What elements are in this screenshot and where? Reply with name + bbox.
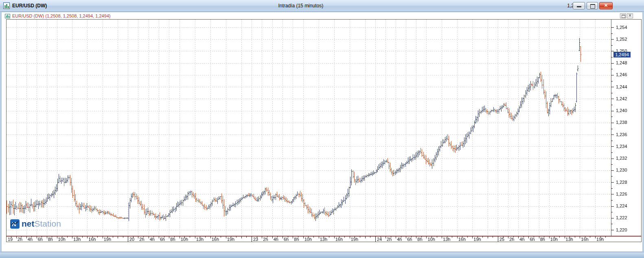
- app-icon: [3, 2, 10, 9]
- last-price-marker: 1,2494: [613, 52, 631, 57]
- chart-window-header: EUR/USD (DW) (1,2508, 1,2508, 1,2494, 1,…: [2, 13, 642, 19]
- x-axis-hour-label: 13h: [443, 237, 450, 242]
- x-axis-hour-label: 13h: [196, 237, 204, 242]
- watermark-station: Station: [35, 219, 61, 228]
- y-axis-label: 1,228: [616, 180, 627, 185]
- chart-ohlc-title: EUR/USD (DW) (1,2508, 1,2508, 1,2494, 1,…: [12, 13, 111, 18]
- window-subtitle: Intradía (15 minutos): [278, 3, 323, 9]
- x-axis-hour-label: 6h: [407, 237, 412, 242]
- y-axis-label: 1,234: [616, 144, 627, 149]
- x-axis-hour-label: 16h: [88, 237, 96, 242]
- x-axis-day-label: 25: [499, 237, 504, 242]
- child-close-button[interactable]: [627, 13, 633, 18]
- x-axis-hour-label: 2h: [139, 237, 144, 242]
- x-axis-hour-label: 19h: [473, 237, 481, 242]
- y-axis-label: 1,244: [616, 84, 627, 89]
- y-axis-label: 1,248: [616, 60, 627, 65]
- price-chart-canvas[interactable]: [6, 19, 642, 242]
- y-axis-label: 1,230: [616, 168, 627, 172]
- window-titlebar: EUR/USD (DW) Intradía (15 minutos) 1,249…: [0, 0, 644, 12]
- y-axis-label: 1,232: [616, 156, 627, 161]
- maximize-button[interactable]: [587, 2, 598, 9]
- x-axis-hour-label: 19h: [351, 237, 358, 242]
- x-axis-hour-label: 2h: [18, 237, 22, 242]
- x-axis-day-label: 19: [8, 237, 13, 242]
- y-axis-label: 1,238: [616, 120, 627, 125]
- x-axis-hour-label: 10h: [58, 237, 66, 242]
- x-axis-hour-label: 19h: [227, 237, 234, 242]
- y-axis-label: 1,252: [616, 37, 627, 42]
- x-axis-hour-label: 16h: [581, 237, 588, 242]
- x-axis-hour-label: 13h: [566, 237, 573, 242]
- x-axis-hour-label: 6h: [38, 237, 43, 242]
- x-axis-hour-label: 10h: [550, 237, 558, 242]
- x-axis-hour-label: 4h: [150, 237, 155, 242]
- y-axis-label: 1,246: [616, 72, 627, 77]
- x-axis-hour-label: 4h: [274, 237, 278, 242]
- x-axis-hour-label: 8h: [294, 237, 299, 242]
- close-button[interactable]: [599, 2, 613, 9]
- x-axis-hour-label: 8h: [417, 237, 422, 242]
- child-restore-button[interactable]: [620, 13, 626, 18]
- x-axis-day-label: 23: [253, 237, 258, 242]
- y-axis-label: 1,240: [616, 108, 627, 113]
- x-axis-hour-label: 10h: [304, 237, 312, 242]
- window-bottom-frame: [0, 252, 644, 258]
- x-axis-hour-label: 13h: [73, 237, 81, 242]
- y-axis-label: 1,224: [616, 203, 627, 208]
- x-axis-hour-label: 2h: [263, 237, 268, 242]
- x-axis-hour-label: 13h: [320, 237, 327, 242]
- netstation-watermark: N netStation: [10, 219, 61, 229]
- x-axis-hour-label: 4h: [397, 237, 402, 242]
- x-axis-hour-label: 6h: [530, 237, 534, 242]
- x-axis-hour-label: 2h: [387, 237, 392, 242]
- chart-icon: [5, 14, 10, 18]
- chart-window: EUR/USD (DW) (1,2508, 1,2508, 1,2494, 1,…: [1, 12, 643, 252]
- window-title: EUR/USD (DW): [12, 3, 47, 9]
- x-axis-hour-label: 19h: [104, 237, 111, 242]
- x-axis-hour-label: 16h: [458, 237, 466, 242]
- y-axis-label: 1,254: [616, 25, 627, 30]
- x-axis-day-label: 20: [129, 237, 134, 242]
- x-axis-hour-label: 8h: [540, 237, 545, 242]
- x-axis-day-label: 24: [377, 237, 382, 242]
- x-axis-hour-label: 4h: [28, 237, 33, 242]
- x-axis-hour-label: 16h: [212, 237, 219, 242]
- x-axis-hour-label: 8h: [48, 237, 53, 242]
- x-axis-hour-label: 19h: [596, 237, 604, 242]
- x-axis-hour-label: 6h: [160, 237, 165, 242]
- x-axis-hour-label: 10h: [181, 237, 188, 242]
- x-axis-hour-label: 2h: [509, 237, 514, 242]
- y-axis-label: 1,220: [616, 227, 627, 232]
- y-axis-label: 1,222: [616, 215, 627, 220]
- x-axis-hour-label: 8h: [170, 237, 175, 242]
- minimize-button[interactable]: [573, 2, 585, 9]
- netstation-logo-icon: N: [10, 219, 20, 229]
- y-axis-label: 1,226: [616, 192, 627, 196]
- y-axis-label: 1,236: [616, 132, 627, 137]
- chart-region: 1,2541,2521,2501,2481,2461,2441,2421,240…: [6, 19, 642, 242]
- x-axis-hour-label: 6h: [284, 237, 289, 242]
- x-axis-hour-label: 4h: [519, 237, 524, 242]
- x-axis-hour-label: 16h: [335, 237, 343, 242]
- watermark-net: net: [22, 219, 35, 228]
- x-axis-hour-label: 10h: [427, 237, 435, 242]
- y-axis-label: 1,242: [616, 96, 627, 101]
